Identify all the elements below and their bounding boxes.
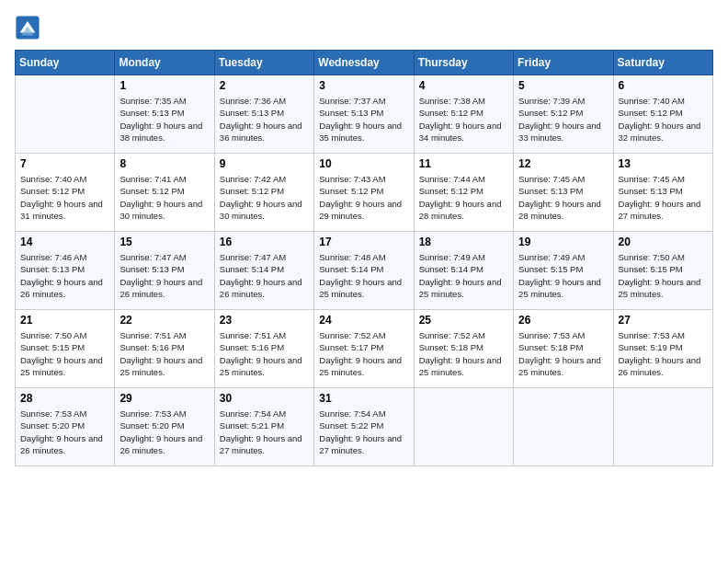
day-info: Sunrise: 7:35 AM Sunset: 5:13 PM Dayligh… — [119, 95, 209, 144]
day-info: Sunrise: 7:47 AM Sunset: 5:13 PM Dayligh… — [119, 251, 209, 300]
day-info: Sunrise: 7:47 AM Sunset: 5:14 PM Dayligh… — [220, 251, 309, 300]
day-number: 27 — [619, 314, 708, 327]
calendar-cell: 2 Sunrise: 7:36 AM Sunset: 5:13 PM Dayli… — [214, 75, 313, 154]
day-number: 19 — [518, 236, 608, 248]
day-number: 23 — [220, 314, 309, 327]
calendar-cell: 9 Sunrise: 7:42 AM Sunset: 5:12 PM Dayli… — [214, 154, 313, 232]
calendar-cell: 3 Sunrise: 7:37 AM Sunset: 5:13 PM Dayli… — [314, 75, 414, 154]
weekday-header-monday: Monday — [115, 51, 214, 75]
day-info: Sunrise: 7:40 AM Sunset: 5:12 PM Dayligh… — [619, 95, 708, 144]
calendar-week-4: 21 Sunrise: 7:50 AM Sunset: 5:15 PM Dayl… — [16, 310, 713, 388]
day-info: Sunrise: 7:52 AM Sunset: 5:18 PM Dayligh… — [419, 329, 508, 378]
calendar-cell: 21 Sunrise: 7:50 AM Sunset: 5:15 PM Dayl… — [16, 310, 115, 388]
day-number: 2 — [220, 79, 309, 92]
calendar-cell: 18 Sunrise: 7:49 AM Sunset: 5:14 PM Dayl… — [414, 232, 513, 310]
day-number: 24 — [319, 314, 408, 327]
calendar-cell: 14 Sunrise: 7:46 AM Sunset: 5:13 PM Dayl… — [16, 232, 115, 310]
weekday-header-friday: Friday — [514, 51, 613, 75]
day-info: Sunrise: 7:51 AM Sunset: 5:16 PM Dayligh… — [220, 329, 309, 378]
logo — [15, 15, 44, 40]
calendar-cell: 8 Sunrise: 7:41 AM Sunset: 5:12 PM Dayli… — [115, 154, 214, 232]
day-number: 1 — [119, 79, 209, 92]
calendar-body: 1 Sunrise: 7:35 AM Sunset: 5:13 PM Dayli… — [16, 75, 713, 466]
weekday-header-thursday: Thursday — [414, 51, 513, 75]
calendar-cell: 16 Sunrise: 7:47 AM Sunset: 5:14 PM Dayl… — [214, 232, 313, 310]
calendar-cell: 28 Sunrise: 7:53 AM Sunset: 5:20 PM Dayl… — [16, 388, 115, 466]
calendar-cell — [16, 75, 115, 154]
calendar-cell: 19 Sunrise: 7:49 AM Sunset: 5:15 PM Dayl… — [514, 232, 613, 310]
day-number: 12 — [518, 157, 608, 170]
day-number: 9 — [220, 157, 309, 170]
page-header — [15, 15, 713, 40]
day-info: Sunrise: 7:48 AM Sunset: 5:14 PM Dayligh… — [319, 251, 408, 300]
day-number: 5 — [518, 79, 608, 92]
calendar-cell: 1 Sunrise: 7:35 AM Sunset: 5:13 PM Dayli… — [115, 75, 214, 154]
calendar-cell: 10 Sunrise: 7:43 AM Sunset: 5:12 PM Dayl… — [314, 154, 414, 232]
weekday-header-sunday: Sunday — [16, 51, 115, 75]
calendar-cell: 23 Sunrise: 7:51 AM Sunset: 5:16 PM Dayl… — [214, 310, 313, 388]
day-info: Sunrise: 7:54 AM Sunset: 5:22 PM Dayligh… — [319, 408, 408, 456]
weekday-header-saturday: Saturday — [613, 51, 712, 75]
day-info: Sunrise: 7:40 AM Sunset: 5:12 PM Dayligh… — [20, 173, 109, 222]
calendar-cell: 12 Sunrise: 7:45 AM Sunset: 5:13 PM Dayl… — [514, 154, 613, 232]
day-number: 20 — [619, 236, 708, 248]
day-number: 30 — [220, 392, 309, 405]
day-number: 4 — [419, 79, 508, 92]
calendar-cell: 24 Sunrise: 7:52 AM Sunset: 5:17 PM Dayl… — [314, 310, 414, 388]
day-info: Sunrise: 7:39 AM Sunset: 5:12 PM Dayligh… — [518, 95, 608, 144]
day-info: Sunrise: 7:45 AM Sunset: 5:13 PM Dayligh… — [619, 173, 708, 222]
day-number: 7 — [20, 157, 109, 170]
day-info: Sunrise: 7:54 AM Sunset: 5:21 PM Dayligh… — [220, 408, 309, 456]
calendar-cell: 15 Sunrise: 7:47 AM Sunset: 5:13 PM Dayl… — [115, 232, 214, 310]
day-info: Sunrise: 7:53 AM Sunset: 5:20 PM Dayligh… — [119, 408, 209, 456]
day-info: Sunrise: 7:52 AM Sunset: 5:17 PM Dayligh… — [319, 329, 408, 378]
weekday-header-row: SundayMondayTuesdayWednesdayThursdayFrid… — [16, 51, 713, 75]
day-number: 14 — [20, 236, 109, 248]
day-number: 10 — [319, 157, 408, 170]
day-number: 16 — [220, 236, 309, 248]
calendar-cell: 25 Sunrise: 7:52 AM Sunset: 5:18 PM Dayl… — [414, 310, 513, 388]
day-number: 28 — [20, 392, 109, 405]
calendar-cell: 31 Sunrise: 7:54 AM Sunset: 5:22 PM Dayl… — [314, 388, 414, 466]
calendar-cell: 13 Sunrise: 7:45 AM Sunset: 5:13 PM Dayl… — [613, 154, 712, 232]
day-number: 21 — [20, 314, 109, 327]
calendar-cell: 7 Sunrise: 7:40 AM Sunset: 5:12 PM Dayli… — [16, 154, 115, 232]
day-info: Sunrise: 7:53 AM Sunset: 5:19 PM Dayligh… — [619, 329, 708, 378]
calendar-cell: 5 Sunrise: 7:39 AM Sunset: 5:12 PM Dayli… — [514, 75, 613, 154]
weekday-header-wednesday: Wednesday — [314, 51, 414, 75]
day-info: Sunrise: 7:53 AM Sunset: 5:18 PM Dayligh… — [518, 329, 608, 378]
day-number: 26 — [518, 314, 608, 327]
day-info: Sunrise: 7:46 AM Sunset: 5:13 PM Dayligh… — [20, 251, 109, 300]
day-info: Sunrise: 7:49 AM Sunset: 5:14 PM Dayligh… — [419, 251, 508, 300]
calendar-table: SundayMondayTuesdayWednesdayThursdayFrid… — [15, 50, 713, 466]
calendar-cell: 17 Sunrise: 7:48 AM Sunset: 5:14 PM Dayl… — [314, 232, 414, 310]
calendar-week-5: 28 Sunrise: 7:53 AM Sunset: 5:20 PM Dayl… — [16, 388, 713, 466]
calendar-cell: 20 Sunrise: 7:50 AM Sunset: 5:15 PM Dayl… — [613, 232, 712, 310]
calendar-cell: 27 Sunrise: 7:53 AM Sunset: 5:19 PM Dayl… — [613, 310, 712, 388]
day-info: Sunrise: 7:43 AM Sunset: 5:12 PM Dayligh… — [319, 173, 408, 222]
day-info: Sunrise: 7:51 AM Sunset: 5:16 PM Dayligh… — [119, 329, 209, 378]
calendar-cell: 11 Sunrise: 7:44 AM Sunset: 5:12 PM Dayl… — [414, 154, 513, 232]
day-number: 29 — [119, 392, 209, 405]
weekday-header-tuesday: Tuesday — [214, 51, 313, 75]
calendar-cell: 4 Sunrise: 7:38 AM Sunset: 5:12 PM Dayli… — [414, 75, 513, 154]
calendar-cell: 29 Sunrise: 7:53 AM Sunset: 5:20 PM Dayl… — [115, 388, 214, 466]
calendar-cell: 22 Sunrise: 7:51 AM Sunset: 5:16 PM Dayl… — [115, 310, 214, 388]
day-info: Sunrise: 7:36 AM Sunset: 5:13 PM Dayligh… — [220, 95, 309, 144]
calendar-cell — [613, 388, 712, 466]
day-info: Sunrise: 7:50 AM Sunset: 5:15 PM Dayligh… — [619, 251, 708, 300]
day-number: 3 — [319, 79, 408, 92]
day-number: 18 — [419, 236, 508, 248]
calendar-cell — [514, 388, 613, 466]
day-info: Sunrise: 7:49 AM Sunset: 5:15 PM Dayligh… — [518, 251, 608, 300]
day-info: Sunrise: 7:53 AM Sunset: 5:20 PM Dayligh… — [20, 408, 109, 456]
logo-icon — [15, 15, 40, 40]
calendar-cell: 26 Sunrise: 7:53 AM Sunset: 5:18 PM Dayl… — [514, 310, 613, 388]
calendar-week-2: 7 Sunrise: 7:40 AM Sunset: 5:12 PM Dayli… — [16, 154, 713, 232]
calendar-cell: 6 Sunrise: 7:40 AM Sunset: 5:12 PM Dayli… — [613, 75, 712, 154]
day-number: 13 — [619, 157, 708, 170]
day-number: 25 — [419, 314, 508, 327]
day-number: 31 — [319, 392, 408, 405]
day-info: Sunrise: 7:50 AM Sunset: 5:15 PM Dayligh… — [20, 329, 109, 378]
calendar-week-3: 14 Sunrise: 7:46 AM Sunset: 5:13 PM Dayl… — [16, 232, 713, 310]
